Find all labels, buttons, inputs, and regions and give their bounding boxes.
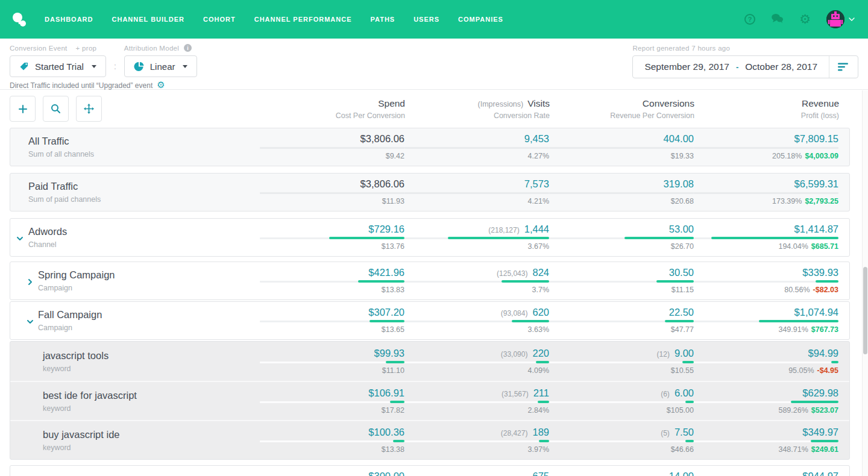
row-head: best ide for javascript keyword [10,382,260,420]
nav-right: ? ⚙ [744,10,855,28]
cell-sub-line: 349.91% $767.73 [694,325,838,334]
table-row[interactable]: best ide for javascript keyword $106.91 … [10,381,849,420]
column-header-spend[interactable]: Spend Cost Per Conversion [260,96,405,120]
table-row[interactable]: Video $300.00 675 14.00 [10,465,850,476]
table-row[interactable]: Paid Traffic Sum of paid channels $3,806… [10,173,850,211]
direct-traffic-note-text: Direct Traffic included until “Upgraded”… [10,81,153,90]
row-expand-toggle[interactable] [16,234,24,241]
cell-bar-fill [711,237,838,239]
cell-sub-line: 194.04% $685.71 [694,242,838,251]
note-settings-gear-icon[interactable]: ⚙ [157,81,165,90]
info-icon[interactable]: i [184,44,192,52]
nav-item-cohort[interactable]: COHORT [203,16,236,23]
add-channel-button[interactable] [10,96,36,122]
table-row[interactable]: buy javascript ide keyword $100.36 $13.3… [10,420,849,459]
metric-cell-visits: (218,127) 1,444 3.67% [404,224,549,251]
search-button[interactable] [43,96,69,122]
cell-value: $339.93 [802,267,838,278]
filter-bar: Conversion Event + prop Started Trial : … [0,39,868,90]
metric-cell-conversions: 22.50 $47.77 [549,307,694,334]
gear-icon[interactable]: ⚙ [799,13,811,26]
avatar[interactable] [826,10,844,28]
column-pre: (Impressions) [478,100,524,108]
cell-bar-track [260,281,404,283]
row-subtitle: keyword [43,443,260,452]
cell-value: 53.00 [669,224,694,235]
cell-profit-value: $2,793.25 [805,197,838,206]
row-cells: $307.20 $13.65 (93,084) 620 3.63% 22.50 [260,307,838,334]
cell-sub-value: 205.18% [772,152,802,161]
table-row[interactable]: javascript tools keyword $99.93 $11.10 (… [10,342,849,381]
cell-sub-line: 4.09% [404,366,549,375]
cell-pre-value: (5) [661,429,670,437]
chat-icon[interactable] [771,13,784,26]
date-filter-button[interactable] [829,63,858,71]
cell-sub-line: $19.33 [549,152,694,161]
cell-bar-track [694,147,838,149]
cell-sub-value: $47.77 [671,325,694,334]
row-subtitle: keyword [43,365,260,373]
cell-profit-value: $4,003.09 [805,152,838,161]
column-header-visits[interactable]: (Impressions)Visits Conversion Rate [405,96,550,120]
cell-sub-line: 3.97% [404,445,549,454]
metric-cell-visits: (31,567) 211 2.84% [404,387,549,415]
cell-bar-track [404,401,549,403]
cell-bar-fill [759,320,838,322]
cell-sub-value: 194.04% [778,242,808,251]
row-title: best ide for javascript [43,390,260,401]
cell-bar-track [694,321,838,322]
cell-bar-fill [811,440,838,442]
table-row[interactable]: Spring Campaign Campaign $421.96 $13.83 … [10,261,850,300]
attribution-model-value: Linear [150,61,175,72]
account-menu[interactable] [826,10,855,28]
attribution-model-select[interactable]: Linear [124,55,198,77]
column-header-conversions[interactable]: Conversions Revenue Per Conversion [550,96,694,120]
cell-bar-fill [536,361,549,363]
cell-sub-line: $47.77 [549,325,694,334]
nav-item-paths[interactable]: PATHS [371,16,395,23]
table-row[interactable]: Fall Campaign Campaign $307.20 $13.65 (9… [10,301,850,340]
column-header-revenue[interactable]: Revenue Profit (loss) [694,96,839,120]
cell-value-line: $629.98 [694,387,838,399]
cell-sub-line: 589.26% $523.07 [694,406,838,415]
date-range-picker[interactable]: September 29, 2017 - October 28, 2017 [632,55,858,78]
cell-value: 319.08 [664,178,694,190]
table-row[interactable]: Adwords Channel $729.16 $13.76 (218,127)… [10,218,850,257]
cell-value-line: (93,084) 620 [404,307,549,318]
nav-item-companies[interactable]: COMPANIES [458,16,503,23]
metric-cell-spend: $106.91 $17.82 [260,387,404,415]
cell-value: $349.97 [802,427,838,438]
metric-cell-conversions: 53.00 $26.70 [549,224,694,251]
nav-item-dashboard[interactable]: DASHBOARD [45,16,93,23]
cell-value-line: $307.20 [260,307,404,318]
cell-value-line: (218,127) 1,444 [404,224,549,235]
table-row[interactable]: All Traffic Sum of all channels $3,806.0… [10,128,850,166]
row-subtitle: Campaign [38,324,260,332]
cell-bar-track [549,281,694,283]
report-date-group: Report generated 7 hours ago September 2… [632,44,858,78]
cell-value-line: 404.00 [549,133,694,145]
app-logo[interactable] [10,10,29,29]
add-prop-link[interactable]: + prop [76,45,97,52]
cell-sub-value: $13.65 [382,325,404,334]
cell-pre-value: (12) [657,350,670,359]
row-expand-toggle[interactable] [27,277,34,284]
row-subtitle: Campaign [38,284,260,292]
conversion-event-select[interactable]: Started Trial [10,55,106,77]
column-subtitle: Profit (loss) [694,111,839,120]
cell-value-line: $1,074.94 [694,307,838,318]
cell-pre-value: (93,084) [501,309,528,318]
scrollbar-thumb[interactable] [863,267,867,354]
cell-value: $99.93 [374,348,404,359]
move-reorder-button[interactable] [76,96,102,122]
nav-item-channel-builder[interactable]: CHANNEL BUILDER [112,16,185,23]
nav-item-users[interactable]: USERS [414,16,439,23]
filter-lines-icon [838,63,849,71]
row-expand-toggle[interactable] [27,317,34,324]
help-icon[interactable]: ? [744,14,755,25]
column-headers: Spend Cost Per Conversion (Impressions)V… [260,96,839,120]
metric-cell-conversions: 319.08 $20.68 [549,178,694,206]
metric-cell-revenue: $339.93 80.56% -$82.03 [694,267,838,295]
nav-item-channel-performance[interactable]: CHANNEL PERFORMANCE [254,16,352,23]
row-head: buy javascript ide keyword [10,421,260,459]
